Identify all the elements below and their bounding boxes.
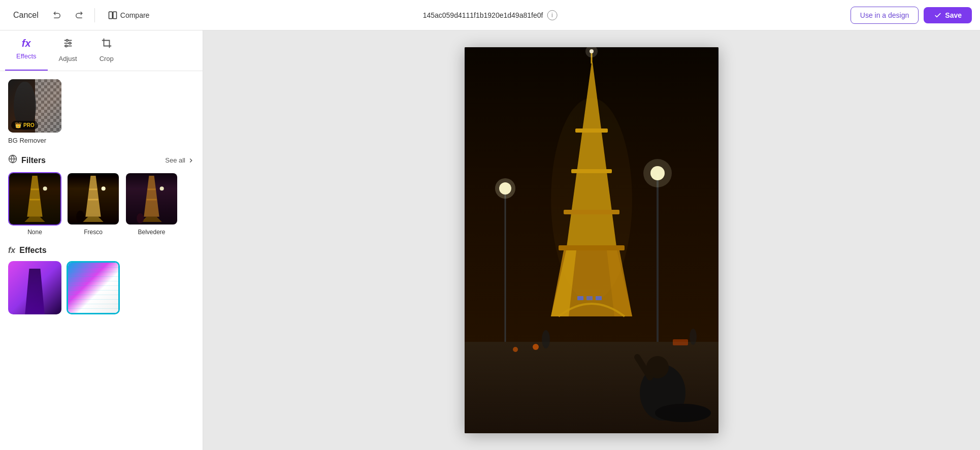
file-id: 145ac059d4111f1b1920e1d49a81fe0f <box>423 11 543 19</box>
svg-rect-1 <box>113 12 117 19</box>
effect-glitch-thumb[interactable] <box>67 261 120 314</box>
svg-point-45 <box>643 159 672 187</box>
svg-rect-18 <box>88 199 98 201</box>
tab-crop[interactable]: Crop <box>88 30 125 71</box>
sliders-icon <box>62 38 74 52</box>
effects-header: fx Effects <box>8 246 194 255</box>
filters-icon <box>8 154 17 166</box>
svg-point-14 <box>43 186 47 190</box>
info-icon[interactable]: i <box>547 10 557 20</box>
header: Cancel Compare 145ac059d4111f1b1920e1d49… <box>0 0 980 30</box>
filters-section: Filters See all <box>8 154 194 236</box>
compare-button[interactable]: Compare <box>103 8 155 23</box>
bg-remover-label: BG Remover <box>8 137 194 144</box>
svg-point-46 <box>533 344 539 350</box>
header-right: Use in a design Save <box>851 7 972 24</box>
svg-marker-10 <box>27 176 42 217</box>
svg-rect-24 <box>146 199 156 201</box>
svg-rect-48 <box>673 339 688 345</box>
save-button[interactable]: Save <box>924 7 972 23</box>
pro-badge: 👑 PRO <box>11 121 38 130</box>
sidebar: fx Effects Adjust Crop <box>0 30 203 450</box>
main-layout: fx Effects Adjust Crop <box>0 30 980 450</box>
filter-none-thumb[interactable] <box>8 172 61 226</box>
svg-point-5 <box>66 40 68 42</box>
svg-point-7 <box>65 45 67 47</box>
svg-marker-21 <box>144 176 159 217</box>
svg-marker-11 <box>24 217 45 222</box>
file-id-area: 145ac059d4111f1b1920e1d49a81fe0f i <box>423 10 558 20</box>
crown-icon: 👑 <box>15 122 22 128</box>
svg-point-53 <box>542 330 550 348</box>
filter-fresco[interactable]: Fresco <box>67 172 120 236</box>
filter-belvedere-thumb[interactable] <box>125 172 178 226</box>
undo-button[interactable] <box>50 8 65 23</box>
svg-rect-56 <box>577 296 583 300</box>
svg-point-47 <box>513 347 518 352</box>
filters-title: Filters <box>21 156 46 165</box>
divider <box>94 8 95 22</box>
svg-point-25 <box>160 186 164 190</box>
svg-marker-22 <box>141 217 161 222</box>
effects-section: fx Effects <box>8 246 194 314</box>
filters-header: Filters See all <box>8 154 194 166</box>
crop-icon <box>101 38 112 52</box>
filter-belvedere[interactable]: Belvedere <box>125 172 178 236</box>
svg-point-55 <box>551 98 632 301</box>
svg-point-20 <box>76 211 84 223</box>
svg-point-31 <box>495 178 515 199</box>
filters-see-all-button[interactable]: See all <box>165 156 194 164</box>
svg-rect-13 <box>29 199 40 201</box>
svg-marker-15 <box>85 176 101 217</box>
svg-point-54 <box>690 329 697 345</box>
sidebar-content: 👑 PRO BG Remover Filters See a <box>0 71 203 450</box>
effects-grid <box>8 261 194 314</box>
svg-rect-12 <box>30 188 39 190</box>
image-container <box>465 47 718 433</box>
effects-fx-icon: fx <box>8 246 15 255</box>
canvas-area <box>203 30 980 450</box>
effect-glitch[interactable] <box>67 261 120 314</box>
tab-effects[interactable]: fx Effects <box>5 30 48 71</box>
redo-button[interactable] <box>71 8 86 23</box>
tool-tabs: fx Effects Adjust Crop <box>0 30 203 71</box>
main-image <box>465 47 718 433</box>
svg-point-51 <box>655 404 711 422</box>
filter-fresco-thumb[interactable] <box>67 172 120 226</box>
svg-point-6 <box>69 42 71 44</box>
effect-purple-thumb[interactable] <box>8 261 61 314</box>
svg-point-26 <box>137 213 144 223</box>
bg-remover-button[interactable]: 👑 PRO <box>8 79 61 133</box>
header-left: Cancel Compare <box>8 8 154 23</box>
svg-rect-23 <box>147 188 155 190</box>
cancel-button[interactable]: Cancel <box>8 8 44 23</box>
filters-title-row: Filters <box>8 154 46 166</box>
svg-rect-58 <box>596 296 602 300</box>
svg-marker-16 <box>83 217 103 222</box>
use-in-design-button[interactable]: Use in a design <box>851 7 919 24</box>
svg-rect-17 <box>89 188 97 190</box>
svg-point-19 <box>102 186 106 190</box>
svg-rect-0 <box>109 12 112 19</box>
filter-none[interactable]: None <box>8 172 61 236</box>
effects-title-row: fx Effects <box>8 246 47 255</box>
bg-remover-section: 👑 PRO BG Remover <box>8 79 194 144</box>
svg-rect-57 <box>586 296 593 300</box>
tab-adjust[interactable]: Adjust <box>48 30 88 71</box>
filters-grid: None <box>8 172 194 236</box>
effect-purple-neon[interactable] <box>8 261 61 314</box>
fx-icon: fx <box>22 38 31 49</box>
effects-title: Effects <box>19 246 46 255</box>
